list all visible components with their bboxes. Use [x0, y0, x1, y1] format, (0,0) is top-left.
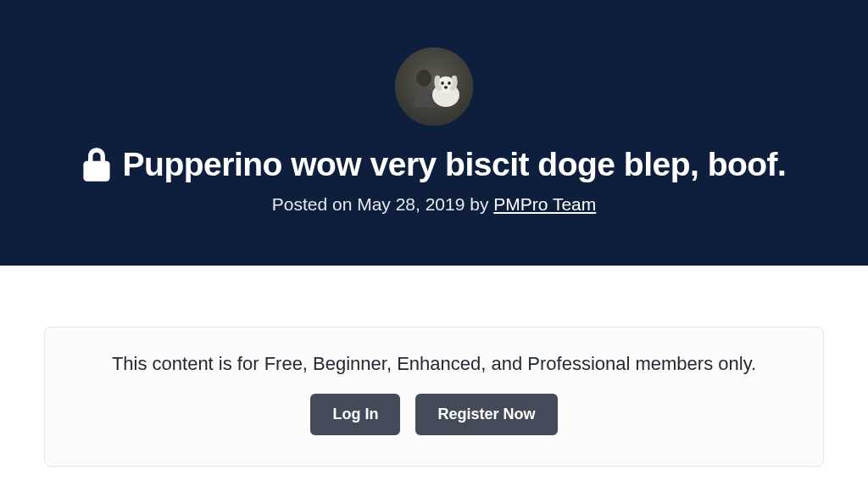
paywall-message: This content is for Free, Beginner, Enha…	[79, 353, 789, 375]
post-date: May 28, 2019	[357, 194, 465, 214]
author-link[interactable]: PMPro Team	[493, 194, 596, 214]
paywall-box: This content is for Free, Beginner, Enha…	[44, 327, 824, 467]
meta-prefix: Posted on	[272, 194, 357, 214]
svg-point-6	[444, 86, 448, 89]
svg-rect-0	[395, 48, 473, 126]
lock-icon	[82, 148, 111, 182]
meta-by: by	[465, 194, 493, 214]
login-button[interactable]: Log In	[310, 394, 400, 435]
svg-point-4	[441, 81, 444, 85]
paywall-actions: Log In Register Now	[79, 394, 789, 435]
register-button[interactable]: Register Now	[415, 394, 557, 435]
author-avatar	[395, 48, 473, 126]
page-title: Pupperino wow very biscit doge blep, boo…	[123, 146, 787, 184]
post-meta: Posted on May 28, 2019 by PMPro Team	[17, 194, 851, 215]
content-area: This content is for Free, Beginner, Enha…	[0, 266, 868, 467]
svg-point-1	[416, 70, 431, 87]
hero-banner: Pupperino wow very biscit doge blep, boo…	[0, 0, 868, 266]
title-row: Pupperino wow very biscit doge blep, boo…	[17, 146, 851, 184]
svg-point-5	[448, 81, 451, 85]
